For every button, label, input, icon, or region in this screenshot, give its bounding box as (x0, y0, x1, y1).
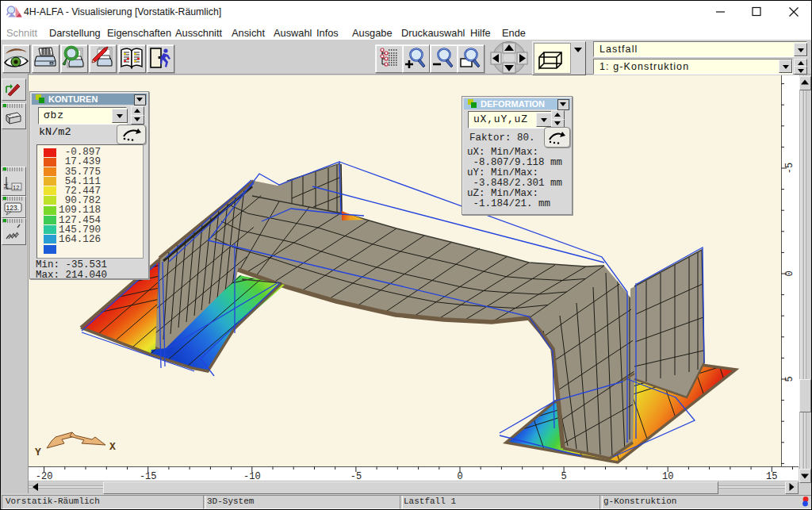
svg-text:12.: 12. (13, 184, 21, 191)
svg-text:5: 5 (561, 471, 566, 481)
svg-text:-10: -10 (243, 471, 261, 481)
svg-text:-5: -5 (784, 163, 795, 174)
svg-text:-20: -20 (36, 471, 53, 481)
svg-text:24.: 24. (3, 182, 9, 190)
svg-text:-15: -15 (140, 471, 157, 481)
svg-text:15: 15 (766, 471, 777, 481)
svg-text:0: 0 (784, 270, 795, 276)
svg-text:X: X (109, 441, 116, 453)
svg-text:0: 0 (457, 471, 462, 481)
svg-text:5: 5 (784, 376, 795, 382)
svg-text:123.: 123. (6, 204, 20, 212)
svg-text:-5: -5 (350, 471, 362, 481)
svg-text:10: 10 (662, 471, 673, 481)
svg-text:Y: Y (35, 447, 41, 458)
